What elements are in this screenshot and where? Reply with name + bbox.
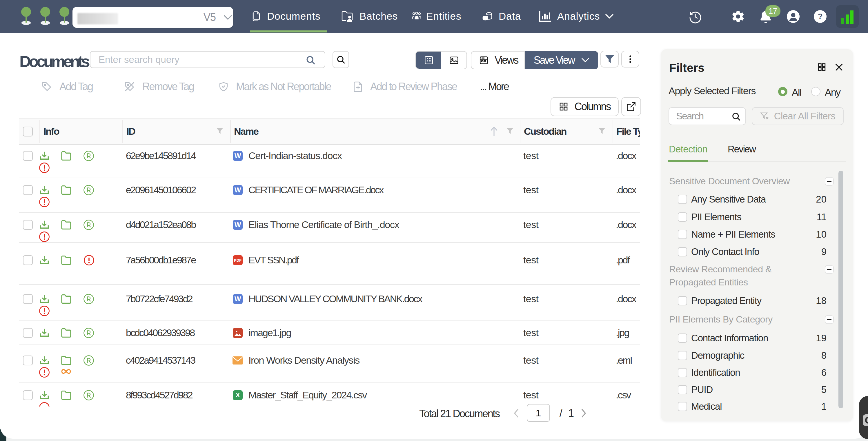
svg-text:?: ? bbox=[817, 12, 823, 21]
